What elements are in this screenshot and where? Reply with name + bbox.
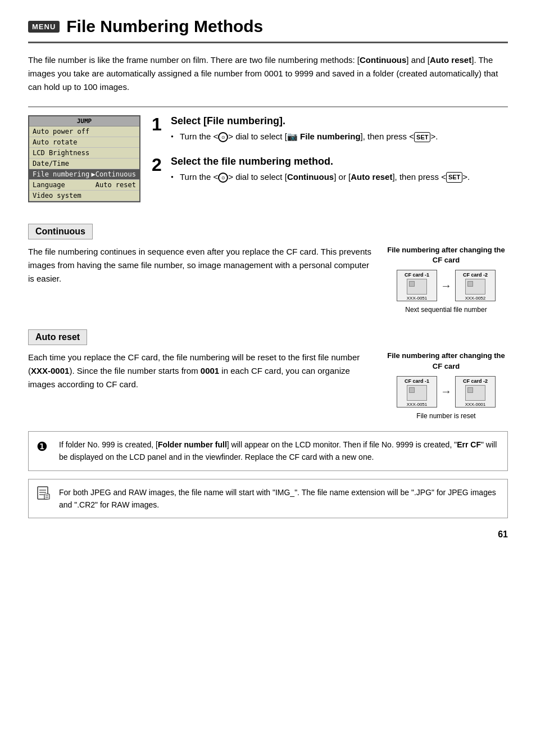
step-1-title: Select [File numbering]. — [171, 115, 438, 127]
cf-card-1b: CF card -2 XXX-0052 — [455, 270, 496, 301]
steps-right: 1 Select [File numbering]. Turn the <⊙> … — [152, 115, 508, 202]
step-1-bullet: Turn the <⊙> dial to select [📷 File numb… — [171, 130, 438, 143]
dial-icon: ⊙ — [218, 132, 228, 142]
lcd-row-filenumbering: File numbering▶Continuous — [29, 169, 139, 180]
continuous-content: The file numbering continues in sequence… — [28, 245, 508, 314]
continuous-diagram: File numbering after changing the CF car… — [384, 245, 508, 314]
cf-card-2a-label: CF card -1 — [405, 378, 429, 384]
continuous-diagram-title: File numbering after changing the CF car… — [384, 245, 508, 265]
step-2-number: 2 — [152, 156, 165, 174]
page-title: File Numbering Methods — [66, 17, 263, 36]
auto-reset-diagram-caption: File number is reset — [416, 412, 475, 420]
continuous-diagram-caption: Next sequential file number — [405, 306, 487, 314]
step-2-bullet: Turn the <⊙> dial to select [Continuous]… — [171, 171, 470, 184]
steps-section: JUMP Auto power off Auto rotate LCD Brig… — [28, 106, 508, 202]
cf-card-2a: CF card -1 XXX-0051 — [397, 376, 437, 408]
set-icon: SET — [414, 132, 430, 143]
step-1-number: 1 — [152, 115, 165, 133]
intro-paragraph: The file number is like the frame number… — [28, 53, 508, 94]
cf-diagram-2: CF card -1 XXX-0051 → CF card -2 XXX-000… — [397, 376, 496, 408]
cf-card-2b-num: XXX-0001 — [465, 402, 485, 407]
cf-card-1a: CF card -1 XXX-0051 — [397, 270, 437, 301]
lcd-display: JUMP Auto power off Auto rotate LCD Brig… — [28, 115, 140, 202]
continuous-label: Continuous — [28, 224, 93, 239]
note-2-icon — [37, 486, 52, 511]
cf-card-1b-label: CF card -2 — [463, 272, 488, 278]
note-1-text: If folder No. 999 is created, [Folder nu… — [59, 438, 499, 464]
note-1-box: ❶ If folder No. 999 is created, [Folder … — [28, 431, 508, 471]
continuous-text: The file numbering continues in sequence… — [28, 245, 373, 314]
lcd-row-autopower: Auto power off — [29, 126, 139, 137]
lcd-header: JUMP — [29, 116, 139, 126]
step-1-content: Select [File numbering]. Turn the <⊙> di… — [171, 115, 438, 143]
auto-reset-diagram: File numbering after changing the CF car… — [384, 351, 508, 419]
note-2-box: For both JPEG and RAW images, the file n… — [28, 479, 508, 519]
step-2-title: Select the file numbering method. — [171, 156, 470, 168]
lcd-row-language: LanguageAuto reset — [29, 180, 139, 191]
step-1-block: 1 Select [File numbering]. Turn the <⊙> … — [152, 115, 508, 143]
step-2-block: 2 Select the file numbering method. Turn… — [152, 156, 508, 184]
cf-card-1a-num: XXX-0051 — [407, 296, 427, 301]
cf-card-2a-icon — [407, 385, 427, 401]
auto-reset-label: Auto reset — [28, 329, 87, 345]
cf-card-1a-label: CF card -1 — [405, 272, 429, 278]
page-number: 61 — [28, 529, 508, 540]
cf-card-2a-num: XXX-0051 — [407, 402, 427, 407]
lcd-row-lcd: LCD Brightness — [29, 148, 139, 159]
auto-reset-diagram-title: File numbering after changing the CF car… — [384, 351, 508, 371]
page-title-container: MENU File Numbering Methods — [28, 17, 508, 43]
dial-icon-2: ⊙ — [218, 173, 228, 183]
lcd-row-autorotate: Auto rotate — [29, 137, 139, 148]
cf-arrow-2: → — [440, 385, 452, 398]
step-2-content: Select the file numbering method. Turn t… — [171, 156, 470, 184]
note-1-icon: ❶ — [37, 438, 52, 464]
continuous-section: Continuous The file numbering continues … — [28, 219, 508, 314]
note-doc-icon — [37, 486, 51, 501]
auto-reset-text: Each time you replace the CF card, the f… — [28, 351, 373, 419]
auto-reset-content: Each time you replace the CF card, the f… — [28, 351, 508, 419]
set-icon-2: SET — [446, 172, 462, 183]
note-2-text: For both JPEG and RAW images, the file n… — [59, 486, 499, 511]
cf-card-1b-icon — [465, 279, 485, 295]
cf-card-1a-icon — [407, 279, 427, 295]
cf-card-2b: CF card -2 XXX-0001 — [455, 376, 496, 408]
lcd-row-datetime: Date/Time — [29, 159, 139, 169]
cf-card-2b-icon — [465, 385, 485, 401]
menu-badge: MENU — [28, 21, 60, 33]
cf-arrow-1: → — [440, 279, 452, 292]
auto-reset-section: Auto reset Each time you replace the CF … — [28, 325, 508, 419]
cf-card-2b-label: CF card -2 — [463, 378, 488, 384]
cf-diagram-1: CF card -1 XXX-0051 → CF card -2 XXX-005… — [397, 270, 496, 301]
lcd-row-video: Video system — [29, 191, 139, 201]
svg-rect-4 — [44, 494, 49, 499]
cf-card-1b-num: XXX-0052 — [465, 296, 485, 301]
